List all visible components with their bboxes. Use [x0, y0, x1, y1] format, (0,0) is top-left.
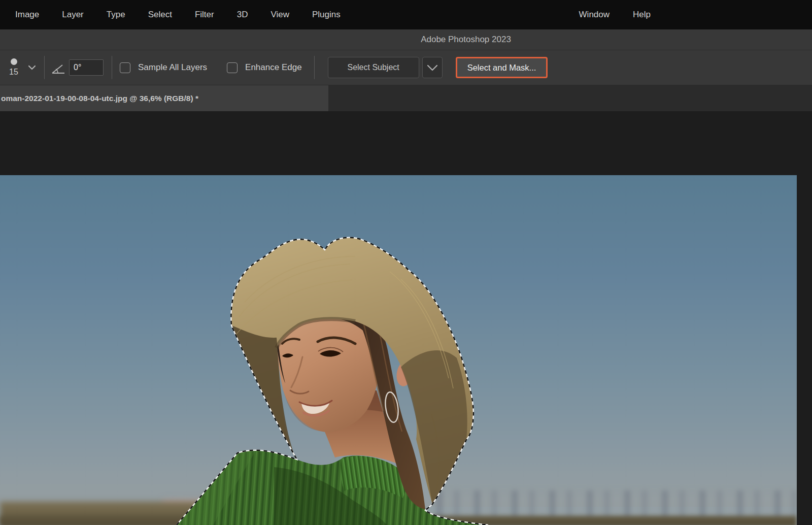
select-subject-label: Select Subject	[347, 63, 399, 72]
angle-input[interactable]	[69, 59, 104, 76]
photoshop-app: Image Layer Type Select Filter 3D View P…	[0, 0, 812, 525]
select-and-mask-label: Select and Mask...	[467, 63, 536, 73]
brush-size-value: 15	[9, 68, 18, 77]
select-and-mask-button[interactable]: Select and Mask...	[456, 57, 548, 78]
document-tab[interactable]: oman-2022-01-19-00-08-04-utc.jpg @ 36,6%…	[0, 85, 328, 111]
sample-all-layers-checkbox[interactable]	[120, 62, 130, 73]
menu-item-type[interactable]: Type	[107, 10, 125, 20]
select-subject-button[interactable]: Select Subject	[328, 57, 419, 78]
divider	[112, 56, 112, 79]
menu-item-plugins[interactable]: Plugins	[312, 10, 341, 20]
menu-item-layer[interactable]: Layer	[62, 10, 84, 20]
menu-items-left: Image Layer Type Select Filter 3D View P…	[0, 10, 341, 20]
canvas-area	[0, 111, 812, 525]
enhance-edge-option: Enhance Edge	[227, 62, 302, 73]
menu-item-3d[interactable]: 3D	[237, 10, 248, 20]
menu-item-image[interactable]: Image	[15, 10, 39, 20]
menu-item-filter[interactable]: Filter	[195, 10, 214, 20]
window-title: Adobe Photoshop 2023	[421, 35, 511, 45]
menu-item-help[interactable]: Help	[633, 10, 651, 20]
window-title-bar: Adobe Photoshop 2023	[0, 29, 812, 50]
select-subject-dropdown-button[interactable]	[422, 57, 443, 78]
chevron-down-icon	[28, 65, 36, 70]
enhance-edge-label: Enhance Edge	[245, 62, 302, 73]
menu-bar: Image Layer Type Select Filter 3D View P…	[0, 0, 812, 29]
brush-preset-picker[interactable]: 15	[6, 58, 36, 77]
menu-item-select[interactable]: Select	[148, 10, 172, 20]
sample-all-layers-option: Sample All Layers	[120, 62, 207, 73]
menu-items-right: Window Help	[579, 10, 651, 20]
brush-preview: 15	[6, 58, 21, 77]
document-tab-title: oman-2022-01-19-00-08-04-utc.jpg @ 36,6%…	[1, 94, 198, 103]
divider	[314, 56, 315, 79]
divider	[44, 56, 45, 79]
tool-options-bar: 15 Sample All Layers Enhance Edge Select…	[0, 50, 812, 85]
sample-all-layers-label: Sample All Layers	[138, 62, 207, 73]
angle-icon	[51, 63, 66, 75]
menu-item-view[interactable]: View	[270, 10, 289, 20]
menu-item-window[interactable]: Window	[579, 10, 610, 20]
photo-canvas[interactable]	[0, 175, 797, 525]
enhance-edge-checkbox[interactable]	[227, 62, 238, 73]
woman-figure	[0, 175, 797, 525]
document-tab-bar: oman-2022-01-19-00-08-04-utc.jpg @ 36,6%…	[0, 85, 812, 111]
brush-tip-dot-icon	[11, 58, 17, 65]
chevron-down-icon	[427, 64, 438, 71]
